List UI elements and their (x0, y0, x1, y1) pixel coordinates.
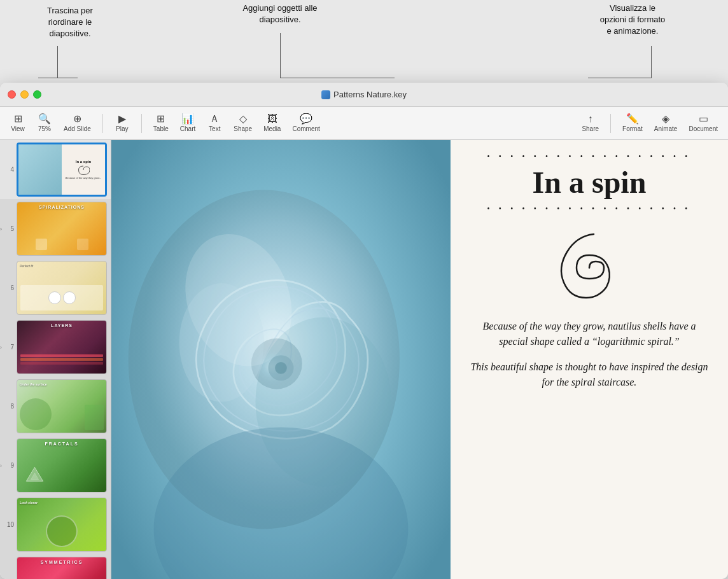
add-slide-icon: ⊕ (73, 114, 81, 124)
chart-icon: 📊 (181, 114, 194, 124)
slide-photo (111, 140, 451, 579)
ann-line-3h (588, 78, 652, 78)
toolbar-group-share: ↑ Share (577, 111, 604, 135)
document-label: Document (689, 125, 718, 132)
comment-icon: 💬 (300, 114, 312, 124)
shape-icon: ◇ (239, 114, 247, 124)
slide-preview-4: In a spin Because of the way they grow..… (17, 143, 107, 197)
annotation-drag: Trascina perriordinare lediapositive. (19, 5, 121, 40)
slide-thumb-5[interactable]: › 5 SPIRALIZATIONS (0, 199, 111, 258)
format-label: Format (622, 125, 643, 132)
share-button[interactable]: ↑ Share (577, 111, 604, 135)
play-label: Play (116, 125, 128, 132)
toolbar-divider-1 (102, 114, 103, 133)
animate-label: Animate (654, 125, 678, 132)
slide-preview-7: LAYERS (17, 320, 107, 374)
slide-preview-10: Look closer (17, 498, 107, 552)
add-slide-button[interactable]: ⊕ Add Slide (59, 111, 96, 135)
document-button[interactable]: ▭ Document (683, 111, 723, 135)
annotations-area: Trascina perriordinare lediapositive. Ag… (0, 0, 728, 83)
toolbar-divider-3 (610, 114, 611, 133)
view-icon: ⊞ (14, 114, 22, 124)
slide-num-7: 7 (4, 344, 14, 351)
slide-preview-8: Under the surface (17, 379, 107, 433)
ann-line-1 (57, 46, 58, 78)
add-slide-label: Add Slide (64, 125, 91, 132)
slide-num-4: 4 (4, 166, 14, 173)
titlebar: Patterns Nature.key (0, 83, 728, 107)
share-label: Share (582, 125, 599, 132)
slide-canvas: • • • • • • • • • • • • • • • • • • In a… (111, 140, 728, 579)
media-icon: 🖼 (267, 114, 277, 124)
slide-num-9: 9 (4, 462, 14, 469)
window-title-area: Patterns Nature.key (321, 90, 407, 99)
comment-button[interactable]: 💬 Comment (287, 111, 325, 135)
slide-preview-5: SPIRALIZATIONS (17, 202, 107, 256)
shape-button[interactable]: ◇ Shape (228, 111, 257, 135)
text-label: Text (209, 125, 220, 132)
spiral-graphic (548, 227, 631, 309)
slide-num-6: 6 (4, 284, 14, 291)
table-button[interactable]: ⊞ Table (148, 111, 174, 135)
window-controls (8, 90, 41, 99)
slide-thumb-11[interactable]: › 11 SYMMETRICS (0, 554, 111, 579)
slide-preview-9: FRACTALS (17, 438, 107, 492)
slide-thumb-8[interactable]: 8 Under the surface (0, 377, 111, 436)
slide-preview-11: SYMMETRICS (17, 557, 107, 579)
media-label: Media (263, 125, 281, 132)
slide-title: In a spin (533, 165, 647, 200)
toolbar: ⊞ View 🔍 75% ⊕ Add Slide ▶ Play ⊞ Tab (0, 107, 728, 140)
slide-panel[interactable]: 4 In a spin Because of the way they grow… (0, 140, 111, 579)
ann-line-1h (38, 78, 78, 78)
toolbar-group-format: ✏️ Format ◈ Animate ▭ Document (617, 111, 723, 135)
toolbar-group-view: ⊞ View 🔍 75% ⊕ Add Slide (5, 111, 96, 135)
media-button[interactable]: 🖼 Media (258, 111, 286, 135)
slide-preview-6: Perfect fit (17, 261, 107, 315)
ann-line-2h (280, 78, 395, 78)
view-button[interactable]: ⊞ View (5, 111, 31, 135)
main-slide-area: • • • • • • • • • • • • • • • • • • In a… (111, 140, 728, 579)
view-label: View (11, 125, 25, 132)
toolbar-divider-2 (141, 114, 142, 133)
slide-body-text-1: Because of the way they grow, nautilus s… (470, 319, 709, 349)
window-title: Patterns Nature.key (333, 90, 407, 99)
toolbar-group-insert: ⊞ Table 📊 Chart Ａ Text ◇ Shape 🖼 Media 💬 (148, 111, 325, 135)
slide-body-text-2: This beautiful shape is thought to have … (470, 359, 709, 390)
format-icon: ✏️ (626, 114, 639, 124)
text-button[interactable]: Ａ Text (202, 111, 227, 135)
slide-num-10: 10 (4, 521, 14, 528)
zoom-label: 75% (38, 125, 51, 132)
ann-line-3 (651, 46, 652, 78)
format-button[interactable]: ✏️ Format (617, 111, 648, 135)
animate-button[interactable]: ◈ Animate (649, 111, 683, 135)
chart-label: Chart (180, 125, 195, 132)
animate-icon: ◈ (662, 114, 669, 124)
table-icon: ⊞ (157, 114, 165, 124)
close-button[interactable] (8, 90, 16, 99)
slide-text-area: • • • • • • • • • • • • • • • • • • In a… (451, 140, 728, 579)
table-label: Table (153, 125, 169, 132)
chart-button[interactable]: 📊 Chart (175, 111, 200, 135)
slide-thumb-7[interactable]: › 7 LAYERS (0, 317, 111, 377)
annotation-add: Aggiungi oggetti allediapositive. (210, 3, 350, 25)
ann-line-2 (280, 33, 281, 78)
play-button[interactable]: ▶ Play (109, 111, 135, 135)
slide-thumb-9[interactable]: › 9 FRACTALS (0, 436, 111, 495)
zoom-button[interactable]: 🔍 75% (32, 111, 57, 135)
zoom-icon: 🔍 (38, 114, 51, 124)
text-icon: Ａ (209, 114, 220, 124)
slide-thumb-6[interactable]: 6 Perfect fit (0, 258, 111, 317)
main-window: Patterns Nature.key ⊞ View 🔍 75% ⊕ Add S… (0, 83, 728, 579)
dots-top: • • • • • • • • • • • • • • • • • • (470, 153, 709, 160)
play-icon: ▶ (118, 114, 126, 124)
maximize-button[interactable] (33, 90, 41, 99)
minimize-button[interactable] (20, 90, 29, 99)
shape-label: Shape (234, 125, 252, 132)
share-icon: ↑ (588, 114, 593, 124)
slide-num-5: 5 (4, 225, 14, 232)
keynote-icon (321, 90, 330, 99)
toolbar-group-play: ▶ Play (109, 111, 135, 135)
annotation-format: Visualizza leopzioni di formatoe animazi… (569, 3, 696, 38)
slide-thumb-4[interactable]: 4 In a spin Because of the way they grow… (0, 140, 111, 199)
slide-thumb-10[interactable]: 10 Look closer (0, 495, 111, 554)
